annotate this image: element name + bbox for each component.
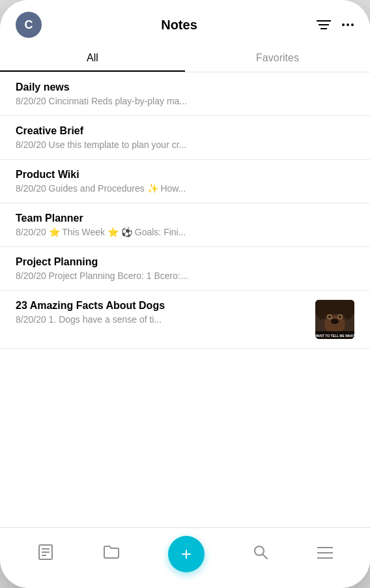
note-with-thumbnail: 23 Amazing Facts About Dogs 8/20/20 1. D… — [16, 300, 354, 339]
note-preview: 8/20/20 Project Planning Bcero: 1 Bcero:… — [16, 271, 354, 281]
nav-folders[interactable] — [103, 545, 120, 563]
note-preview: 8/20/20 1. Dogs have a sense of ti... — [16, 314, 307, 325]
list-item[interactable]: Creative Brief 8/20/20 Use this template… — [0, 116, 370, 160]
note-title: Daily news — [16, 81, 354, 93]
add-icon: + — [181, 545, 192, 563]
filter-icon[interactable] — [317, 20, 331, 30]
header: C Notes — [0, 0, 370, 44]
list-item[interactable]: Project Planning 8/20/20 Project Plannin… — [0, 247, 370, 291]
search-icon — [253, 544, 268, 564]
nav-notes[interactable] — [37, 544, 54, 565]
note-text: 23 Amazing Facts About Dogs 8/20/20 1. D… — [16, 300, 307, 325]
page-title: Notes — [161, 18, 197, 33]
avatar[interactable]: C — [16, 12, 42, 38]
tabs-container: All Favorites — [0, 44, 370, 72]
note-title: 23 Amazing Facts About Dogs — [16, 300, 307, 312]
note-preview: 8/20/20 ⭐ This Week ⭐ ⚽ Goals: Fini... — [16, 227, 354, 237]
list-item[interactable]: Product Wiki 8/20/20 Guides and Procedur… — [0, 160, 370, 203]
note-title: Team Planner — [16, 213, 354, 224]
add-note-button[interactable]: + — [168, 536, 205, 572]
svg-point-14 — [317, 304, 327, 319]
menu-icon — [317, 545, 333, 563]
note-title: Creative Brief — [16, 125, 354, 137]
svg-point-12 — [328, 316, 331, 318]
svg-line-23 — [263, 555, 268, 559]
nav-search[interactable] — [253, 544, 268, 564]
app-container: C Notes — [0, 0, 370, 588]
note-preview: 8/20/20 Cincinnati Reds play-by-play ma.… — [16, 96, 354, 106]
note-preview: 8/20/20 Guides and Procedures ✨ How... — [16, 183, 354, 194]
list-item[interactable]: Daily news 8/20/20 Cincinnati Reds play-… — [0, 72, 370, 116]
list-item[interactable]: Team Planner 8/20/20 ⭐ This Week ⭐ ⚽ Goa… — [0, 203, 370, 247]
header-actions — [317, 18, 354, 31]
dog-image: THE NEIGHBOR'S DOG — [315, 300, 354, 339]
notes-icon — [37, 544, 54, 565]
notes-list: Daily news 8/20/20 Cincinnati Reds play-… — [0, 72, 370, 527]
svg-point-13 — [339, 316, 341, 318]
bottom-nav: + — [0, 527, 370, 588]
more-options-icon[interactable] — [341, 18, 354, 31]
note-title: Project Planning — [16, 256, 354, 268]
nav-menu[interactable] — [317, 545, 333, 563]
tab-favorites[interactable]: Favorites — [185, 44, 370, 72]
list-item[interactable]: 23 Amazing Facts About Dogs 8/20/20 1. D… — [0, 291, 370, 349]
folder-icon — [103, 545, 120, 563]
svg-point-4 — [347, 23, 349, 26]
note-thumbnail: THE NEIGHBOR'S DOG — [315, 300, 354, 339]
svg-point-9 — [331, 319, 339, 324]
note-title: Product Wiki — [16, 169, 354, 181]
phone-frame: C Notes — [0, 0, 370, 588]
svg-point-15 — [343, 304, 353, 319]
note-preview: 8/20/20 Use this template to plan your c… — [16, 140, 354, 150]
svg-text:WANT TO TELL ME WHAT: WANT TO TELL ME WHAT — [315, 334, 354, 338]
svg-point-5 — [351, 23, 354, 26]
svg-point-3 — [342, 23, 345, 26]
tab-all[interactable]: All — [0, 44, 185, 72]
